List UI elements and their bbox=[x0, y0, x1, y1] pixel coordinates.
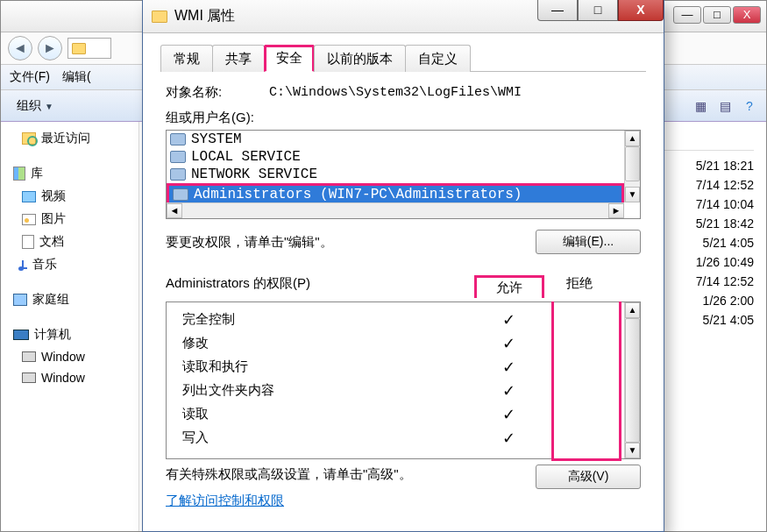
permission-row: 列出文件夹内容✓ bbox=[182, 379, 614, 402]
scroll-down-icon[interactable]: ▼ bbox=[625, 443, 640, 458]
principal-item[interactable]: NETWORK SERVICE bbox=[167, 166, 624, 183]
address-bar[interactable] bbox=[67, 38, 111, 59]
group-icon bbox=[170, 151, 186, 163]
advanced-hint: 有关特殊权限或高级设置，请单击"高级"。 bbox=[166, 465, 527, 485]
drive-icon bbox=[22, 372, 36, 383]
listbox-horizontal-scrollbar[interactable]: ◄ ► bbox=[167, 202, 624, 218]
object-name-label: 对象名称: bbox=[166, 84, 269, 101]
edit-button[interactable]: 编辑(E)... bbox=[536, 230, 641, 254]
group-icon bbox=[170, 133, 186, 145]
dialog-title: WMI 属性 bbox=[174, 7, 235, 25]
scroll-up-icon[interactable]: ▲ bbox=[625, 302, 640, 318]
scroll-right-icon[interactable]: ► bbox=[608, 203, 624, 218]
permission-row: 完全控制✓ bbox=[182, 308, 614, 331]
view-options-button[interactable]: ▦ bbox=[691, 96, 710, 116]
help-button[interactable]: ? bbox=[740, 96, 759, 116]
allow-check-icon: ✓ bbox=[473, 358, 543, 377]
dialog-close-button[interactable]: X bbox=[618, 0, 664, 21]
group-icon bbox=[173, 188, 188, 201]
nav-documents[interactable]: 文档 bbox=[1, 231, 138, 253]
permission-row: 写入✓ bbox=[182, 426, 614, 450]
permission-row: 修改✓ bbox=[182, 331, 614, 355]
scroll-left-icon[interactable]: ◄ bbox=[167, 203, 182, 218]
explorer-maximize-button[interactable]: □ bbox=[703, 6, 731, 24]
explorer-minimize-button[interactable]: — bbox=[673, 6, 701, 24]
drive-icon bbox=[22, 351, 36, 362]
allow-column-header: 允许 bbox=[474, 275, 544, 298]
back-button[interactable]: ◄ bbox=[8, 36, 32, 60]
allow-check-icon: ✓ bbox=[473, 334, 543, 353]
principal-item[interactable]: LOCAL SERVICE bbox=[167, 148, 624, 166]
nav-recent[interactable]: 最近访问 bbox=[1, 127, 138, 150]
menu-file[interactable]: 文件(F) bbox=[10, 69, 50, 85]
organize-button[interactable]: 组织▼ bbox=[8, 96, 62, 117]
music-icon bbox=[22, 260, 27, 269]
tab-customize[interactable]: 自定义 bbox=[405, 45, 471, 72]
principals-listbox[interactable]: SYSTEM LOCAL SERVICE NETWORK SERVICE Adm… bbox=[166, 130, 641, 219]
principal-item[interactable]: SYSTEM bbox=[167, 131, 624, 148]
edit-hint: 要更改权限，请单击"编辑"。 bbox=[166, 234, 536, 251]
group-icon bbox=[170, 168, 186, 181]
nav-computer[interactable]: 计算机 bbox=[1, 323, 138, 346]
folder-icon bbox=[72, 43, 86, 54]
tab-general[interactable]: 常规 bbox=[160, 45, 213, 72]
listbox-vertical-scrollbar[interactable]: ▲ ▼ bbox=[624, 131, 640, 202]
navigation-pane: 最近访问 库 视频 图片 文档 音乐 家庭组 计算机 Window Window bbox=[1, 122, 139, 531]
permissions-vertical-scrollbar[interactable]: ▲ ▼ bbox=[624, 302, 640, 458]
tab-strip: 常规 共享 安全 以前的版本 自定义 bbox=[160, 44, 646, 72]
chevron-down-icon: ▼ bbox=[45, 102, 53, 111]
nav-drive-1[interactable]: Window bbox=[1, 346, 138, 367]
menu-edit[interactable]: 编辑( bbox=[62, 69, 91, 85]
nav-libraries[interactable]: 库 bbox=[1, 162, 138, 185]
folder-icon bbox=[152, 11, 167, 23]
dialog-titlebar[interactable]: WMI 属性 — □ X bbox=[143, 0, 664, 33]
tab-sharing[interactable]: 共享 bbox=[212, 45, 265, 72]
libraries-icon bbox=[13, 167, 25, 181]
document-icon bbox=[22, 235, 34, 249]
scroll-up-icon[interactable]: ▲ bbox=[625, 131, 640, 146]
scroll-thumb[interactable] bbox=[625, 318, 640, 443]
properties-dialog: WMI 属性 — □ X 常规 共享 安全 以前的版本 自定义 对象名称: C:… bbox=[142, 0, 664, 532]
permission-row: 读取和执行✓ bbox=[182, 355, 614, 379]
dialog-maximize-button[interactable]: □ bbox=[578, 0, 618, 21]
nav-pictures[interactable]: 图片 bbox=[1, 208, 138, 231]
scroll-down-icon[interactable]: ▼ bbox=[625, 187, 640, 202]
recent-icon bbox=[22, 132, 36, 145]
object-path: C:\Windows\System32\LogFiles\WMI bbox=[269, 85, 522, 100]
allow-check-icon: ✓ bbox=[473, 429, 543, 448]
learn-more-link[interactable]: 了解访问控制和权限 bbox=[166, 493, 641, 509]
forward-button[interactable]: ► bbox=[38, 36, 62, 60]
security-tab-content: 对象名称: C:\Windows\System32\LogFiles\WMI 组… bbox=[160, 72, 646, 531]
deny-column-header: 拒绝 bbox=[544, 275, 614, 298]
explorer-close-button[interactable]: X bbox=[733, 6, 761, 24]
tab-previous-versions[interactable]: 以前的版本 bbox=[314, 45, 406, 72]
dialog-minimize-button[interactable]: — bbox=[537, 0, 578, 21]
group-or-user-label: 组或用户名(G): bbox=[166, 110, 641, 126]
preview-pane-button[interactable]: ▤ bbox=[715, 96, 735, 116]
permissions-for-label: Administrators 的权限(P) bbox=[166, 275, 474, 298]
advanced-button[interactable]: 高级(V) bbox=[536, 465, 641, 489]
homegroup-icon bbox=[13, 294, 27, 306]
picture-icon bbox=[22, 214, 36, 225]
permission-row: 读取✓ bbox=[182, 402, 614, 426]
permissions-list: 完全控制✓ 修改✓ 读取和执行✓ 列出文件夹内容✓ 读取✓ 写入✓ ▲ ▼ bbox=[166, 301, 641, 459]
allow-check-icon: ✓ bbox=[473, 405, 543, 424]
video-icon bbox=[22, 191, 36, 202]
nav-homegroup[interactable]: 家庭组 bbox=[1, 288, 138, 311]
nav-drive-2[interactable]: Window bbox=[1, 367, 138, 388]
nav-music[interactable]: 音乐 bbox=[1, 253, 138, 276]
allow-check-icon: ✓ bbox=[473, 381, 543, 401]
scroll-thumb[interactable] bbox=[625, 146, 640, 181]
principal-item-selected[interactable]: Administrators (WIN7-PC\Administrators) bbox=[169, 186, 621, 203]
nav-videos[interactable]: 视频 bbox=[1, 185, 138, 208]
tab-security[interactable]: 安全 bbox=[264, 45, 315, 72]
allow-check-icon: ✓ bbox=[473, 310, 543, 330]
computer-icon bbox=[13, 330, 29, 340]
